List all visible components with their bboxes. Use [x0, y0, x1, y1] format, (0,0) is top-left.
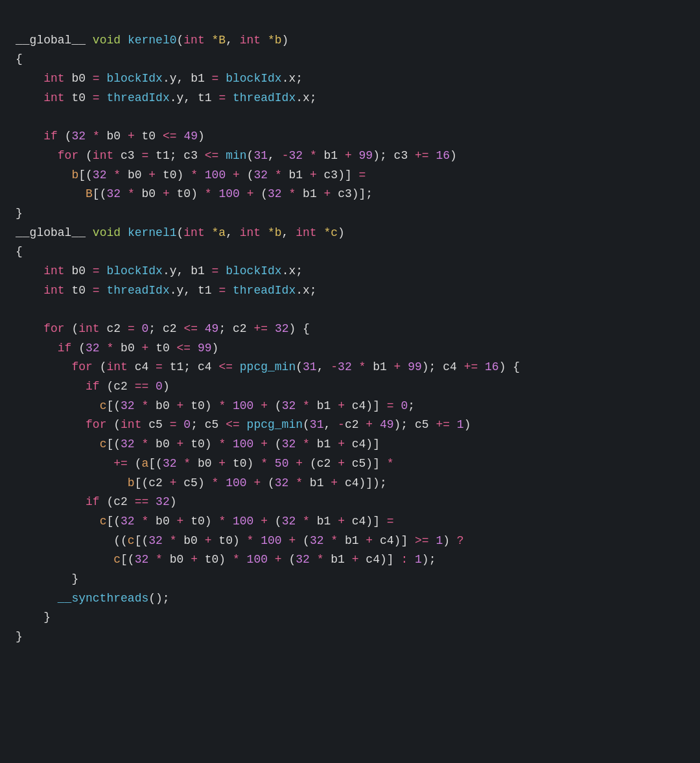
- line-27: ((c[(32 * b0 + t0) * 100 + (32 * b1 + c4…: [16, 534, 464, 547]
- line-28: c[(32 * b0 + t0) * 100 + (32 * b1 + c4)]…: [16, 553, 436, 566]
- line-31: }: [16, 611, 51, 624]
- line-21: for (int c5 = 0; c5 <= ppcg_min(31, -c2 …: [16, 418, 471, 431]
- line-12: {: [16, 245, 23, 258]
- line-6: if (32 * b0 + t0 <= 49): [16, 130, 205, 143]
- line-24: b[(c2 + c5) * 100 + (32 * b1 + c4)]);: [16, 476, 387, 489]
- line-29: }: [16, 572, 78, 585]
- line-32: }: [16, 630, 23, 643]
- line-9: B[(32 * b0 + t0) * 100 + (32 * b1 + c3)]…: [16, 187, 373, 200]
- line-23: += (a[(32 * b0 + t0) * 50 + (c2 + c5)] *: [16, 457, 394, 470]
- line-13: int b0 = blockIdx.y, b1 = blockIdx.x;: [16, 264, 303, 277]
- line-2: {: [16, 53, 23, 65]
- line-14: int t0 = threadIdx.y, t1 = threadIdx.x;: [16, 284, 317, 297]
- line-17: if (32 * b0 + t0 <= 99): [16, 342, 218, 355]
- line-18: for (int c4 = t1; c4 <= ppcg_min(31, -32…: [16, 360, 520, 373]
- line-10: }: [16, 207, 23, 220]
- line-3: int b0 = blockIdx.y, b1 = blockIdx.x;: [16, 72, 303, 85]
- line-4: int t0 = threadIdx.y, t1 = threadIdx.x;: [16, 91, 317, 104]
- line-22: c[(32 * b0 + t0) * 100 + (32 * b1 + c4)]: [16, 438, 380, 451]
- line-1: __global__ void kernel0(int *B, int *b): [16, 34, 288, 47]
- code-display: __global__ void kernel0(int *B, int *b) …: [16, 12, 684, 647]
- line-11: __global__ void kernel1(int *a, int *b, …: [16, 226, 345, 239]
- line-19: if (c2 == 0): [16, 380, 170, 393]
- line-16: for (int c2 = 0; c2 <= 49; c2 += 32) {: [16, 322, 310, 335]
- line-20: c[(32 * b0 + t0) * 100 + (32 * b1 + c4)]…: [16, 399, 415, 412]
- line-25: if (c2 == 32): [16, 495, 177, 508]
- line-26: c[(32 * b0 + t0) * 100 + (32 * b1 + c4)]…: [16, 515, 394, 528]
- line-7: for (int c3 = t1; c3 <= min(31, -32 * b1…: [16, 149, 457, 162]
- line-8: b[(32 * b0 + t0) * 100 + (32 * b1 + c3)]…: [16, 169, 366, 182]
- line-30: __syncthreads();: [16, 592, 170, 605]
